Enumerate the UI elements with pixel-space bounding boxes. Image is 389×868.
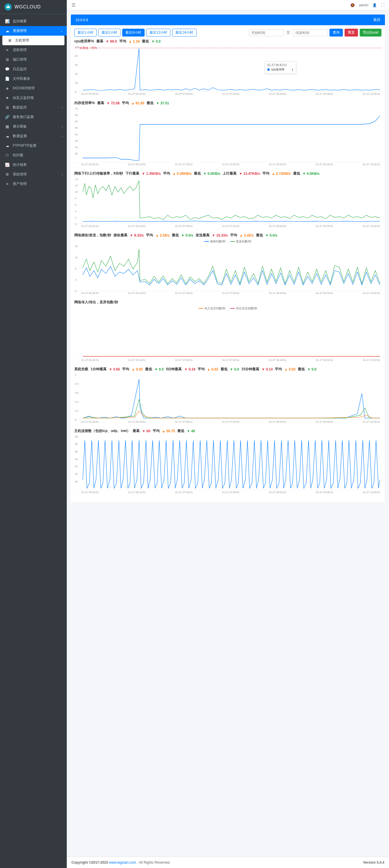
stat-label: 上行最高 bbox=[223, 171, 237, 176]
brand-icon bbox=[5, 3, 11, 10]
stat-value: ▲ 0.02 bbox=[284, 367, 296, 371]
chart-canvas[interactable]: 60585654525048 bbox=[74, 435, 382, 490]
stat-value: ▲ 61.95 bbox=[131, 101, 144, 105]
x-axis-labels: 01-27 05:28:5101-27 06:18:5101-27 07:08:… bbox=[74, 420, 382, 423]
sidebar-item[interactable]: ▦展示看板‹ bbox=[0, 122, 67, 131]
stat-label: 平均 bbox=[198, 367, 205, 372]
nav-icon: 📈 bbox=[5, 163, 10, 167]
stat-value: ▼ 0.0KB/s bbox=[203, 172, 220, 176]
bell-off-icon[interactable]: 🔕 bbox=[351, 3, 355, 7]
sidebar-item[interactable]: ⊞端口管理 bbox=[0, 55, 67, 64]
topbar: ☰ 🔕 admin 👤 ⛶ bbox=[67, 0, 389, 10]
stat-value: ▲ 0.29KB/s bbox=[172, 172, 192, 176]
x-axis-labels: 01-27 05:28:5101-27 06:18:5101-27 07:08:… bbox=[74, 358, 382, 362]
sidebar-item[interactable]: ⚇拓扑图 bbox=[0, 151, 67, 160]
chart-canvas[interactable]: 14121086420 bbox=[74, 178, 382, 224]
stat-value: ▲ 0.02 bbox=[207, 367, 218, 371]
start-time-input[interactable] bbox=[249, 29, 284, 36]
sidebar-item[interactable]: ≡资产管理 bbox=[0, 179, 67, 189]
stat-label: 最低 bbox=[293, 171, 300, 176]
chart-title: cpu使用率%最高▼ 99.0平均▲ 1.34最低▼ 0.0 bbox=[74, 39, 382, 44]
nav-icon: ☁ bbox=[5, 144, 10, 148]
stat-value: ▼ 99.0 bbox=[106, 39, 117, 43]
nav-label: 系统管理 bbox=[13, 172, 27, 177]
menu-toggle-icon[interactable]: ☰ bbox=[72, 2, 76, 8]
chart-conn: 主机连接数（包括tcp、udp、inet）最高▼ 60平均▲ 50.75最低▼ … bbox=[74, 429, 382, 494]
user-icon[interactable]: 👤 bbox=[372, 3, 377, 7]
chart-canvas[interactable]: 7065605550454035 bbox=[74, 107, 382, 162]
nav-label: DOCKER管理 bbox=[13, 86, 34, 91]
chart-title: 网络接收/发送，包数/秒接收最高▼ 9.33/s平均▲ 2.55/s最低▼ 0.… bbox=[74, 233, 382, 238]
stat-label: 最低 bbox=[256, 233, 263, 238]
sidebar-item[interactable]: 🔗服务接口监测 bbox=[0, 112, 67, 122]
stat-label: 平均 bbox=[122, 367, 129, 372]
sidebar-item[interactable]: 🖥主机管理 bbox=[2, 36, 64, 45]
nav-label: 服务接口监测 bbox=[13, 115, 34, 119]
sidebar-item[interactable]: ≡进程管理 bbox=[0, 45, 67, 55]
sidebar-item[interactable]: ☁FTP/SFTP监测 bbox=[0, 141, 67, 151]
footer: Copyright ©2017-2023 www.wgstart.com . A… bbox=[67, 857, 389, 868]
stat-label: 发送最高 bbox=[196, 233, 210, 238]
sidebar-item[interactable]: ★自定义监控项 bbox=[0, 93, 67, 103]
sidebar-item[interactable]: 💬日志监控 bbox=[0, 64, 67, 74]
chart-net_pkt: 网络接收/发送，包数/秒接收最高▼ 9.33/s平均▲ 2.55/s最低▼ 0.… bbox=[74, 233, 382, 294]
sidebar-item[interactable]: ◈DOCKER管理 bbox=[0, 84, 67, 93]
stat-label: 平均 bbox=[275, 367, 282, 372]
stat-value: ▲ 50.75 bbox=[162, 429, 175, 433]
time-range-button[interactable]: 最近2小时 bbox=[99, 29, 121, 36]
time-range-button[interactable]: 最近12小时 bbox=[146, 29, 170, 36]
sidebar-item[interactable]: ☁数通监测‹ bbox=[0, 131, 67, 141]
nav-label: 展示看板 bbox=[13, 124, 27, 129]
nav-label: FTP/SFTP监测 bbox=[13, 143, 36, 148]
time-range-button[interactable]: 最近6小时 bbox=[122, 29, 145, 36]
nav-label: 监控概要 bbox=[13, 19, 27, 24]
stat-label: 最低 bbox=[147, 101, 154, 105]
stat-label: 平均 bbox=[262, 171, 269, 176]
fullscreen-icon[interactable]: ⛶ bbox=[381, 3, 384, 7]
sidebar-item[interactable]: ⊞数据监控‹ bbox=[0, 103, 67, 112]
chart-canvas[interactable]: 10.80.60.40.20 bbox=[74, 373, 382, 420]
copyright-suffix: . All Rights Reserved. bbox=[137, 861, 170, 865]
reset-button[interactable]: 重置 bbox=[344, 29, 358, 36]
stat-value: ▼ 1.35KB/s bbox=[142, 172, 161, 176]
copyright-prefix: Copyright ©2017-2023 bbox=[72, 861, 109, 865]
chart-canvas[interactable]: 告警线：99% 100806040200 01-27 08:42:51cpu使用… bbox=[74, 45, 382, 92]
chart-title: 系统负载1分钟最高▼ 0.65平均▲ 0.02最低▼ 0.05分钟最高▼ 0.3… bbox=[74, 367, 382, 372]
stat-value: ▼ 0.0/s bbox=[265, 234, 278, 238]
end-time-input[interactable] bbox=[293, 29, 328, 36]
nav-label: 资源管理 bbox=[13, 28, 27, 33]
nav-icon: ★ bbox=[5, 96, 10, 100]
sidebar-item[interactable]: ⚙系统管理‹ bbox=[0, 169, 67, 179]
sidebar-item[interactable]: ☁资源管理⌄ bbox=[0, 26, 67, 36]
stat-value: ▲ 2.55/s bbox=[155, 234, 170, 238]
chart-canvas[interactable]: 1612840 bbox=[74, 245, 382, 291]
time-range-button[interactable]: 最近24小时 bbox=[172, 29, 196, 36]
sidebar-item[interactable]: 📊监控概要 bbox=[0, 17, 67, 26]
stat-value: ▼ 48 bbox=[187, 429, 195, 433]
sidebar-item[interactable]: 📈统计报表 bbox=[0, 160, 67, 169]
legend-item: 发送包数/秒 bbox=[230, 240, 251, 244]
chevron-icon: ‹ bbox=[62, 125, 63, 128]
nav-label: 自定义监控项 bbox=[13, 95, 34, 100]
export-button[interactable]: 导出Excel bbox=[360, 29, 382, 36]
footer-link[interactable]: www.wgstart.com bbox=[109, 861, 136, 865]
nav-icon: ⚇ bbox=[5, 153, 10, 157]
user-label[interactable]: admin bbox=[359, 3, 368, 7]
nav-icon: 🖥 bbox=[7, 38, 12, 42]
stat-label: 平均 bbox=[146, 233, 153, 238]
chart-canvas[interactable] bbox=[74, 312, 382, 358]
time-range-button[interactable]: 最近1小时 bbox=[74, 29, 97, 36]
nav-icon: ≡ bbox=[5, 182, 10, 186]
stat-value: ▼ 60 bbox=[142, 429, 150, 433]
x-axis-labels: 01-27 05:28:5101-27 06:18:5101-27 07:08:… bbox=[74, 490, 382, 494]
sidebar-item[interactable]: 📄文件防篡改 bbox=[0, 74, 67, 84]
chart-title: 网络下行/上行传输速率，KB/秒下行最高▼ 1.35KB/s平均▲ 0.29KB… bbox=[74, 171, 382, 176]
stat-label: 平均 bbox=[230, 233, 237, 238]
query-button[interactable]: 查询 bbox=[330, 29, 343, 36]
chevron-icon: ‹ bbox=[62, 106, 63, 109]
stat-label: 最低 bbox=[194, 171, 201, 176]
chart-title: 网络传入/传出，丢弃包数/秒 bbox=[74, 300, 382, 305]
stat-label: 最高 bbox=[96, 39, 103, 44]
back-link[interactable]: 返回 bbox=[373, 18, 380, 22]
stat-label: 平均 bbox=[119, 39, 126, 44]
